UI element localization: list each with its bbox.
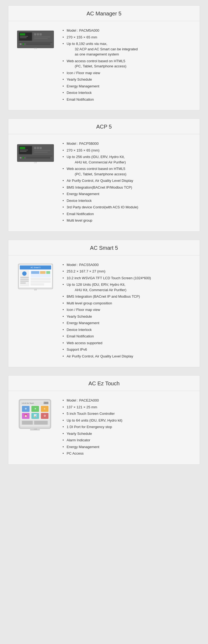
ac-manager-5-title: AC Manager 5: [8, 6, 200, 21]
ac-manager-5-svg: LG: [17, 28, 54, 51]
spec-item: 137 × 121 × 25 mm: [63, 405, 194, 410]
spec-item: Device Interlock: [63, 327, 194, 333]
spec-item: Icon / Floor map view: [63, 307, 194, 313]
spec-item: Model : PACS5A000: [63, 262, 194, 268]
svg-point-38: [22, 271, 27, 276]
spec-item: BMS Integration (BACnet IP and Modbus TC…: [63, 294, 194, 299]
spec-item: Web access supported: [63, 340, 194, 346]
svg-rect-72: [22, 421, 33, 425]
svg-text:LG: LG: [34, 47, 37, 50]
svg-text:LG: LG: [34, 161, 37, 164]
spec-item: Yearly Schedule: [63, 314, 194, 319]
svg-text:☀: ☀: [34, 407, 37, 410]
svg-rect-75: [30, 429, 40, 430]
svg-point-12: [20, 43, 21, 45]
ac-smart-5-title: AC Smart 5: [8, 240, 200, 255]
acp-5-specs: Model : PACP5B000 270 × 155 × 65 (mm) Up…: [63, 141, 194, 225]
ac-manager-5-content: LG Model : PACM5A000 270 × 155 × 65 mm U…: [8, 21, 200, 110]
spec-item: Email Notification: [63, 97, 194, 102]
spec-item: Web access control based on HTML5 (PC, T…: [63, 166, 194, 177]
spec-item: Alarm Indicator: [63, 438, 194, 443]
svg-text:LG AC Ez Touch: LG AC Ez Touch: [22, 402, 34, 404]
spec-item: 253.2 × 167.7 × 27 (mm): [63, 269, 194, 274]
svg-text:⏰: ⏰: [24, 414, 28, 418]
svg-rect-48: [31, 278, 51, 280]
svg-rect-45: [31, 271, 39, 274]
spec-item: Energy Management: [63, 191, 194, 197]
svg-rect-39: [20, 277, 29, 278]
spec-item: Up to 64 units (IDU, ERV, Hydro kit): [63, 418, 194, 423]
spec-item: Web access control based on HTML5 (PC, T…: [63, 58, 194, 69]
svg-rect-9: [34, 37, 50, 37]
spec-item: Energy Management: [63, 444, 194, 450]
acp-5-card: ACP 5 LG M: [8, 119, 200, 232]
svg-text:📊: 📊: [34, 414, 37, 418]
svg-rect-8: [40, 33, 42, 35]
spec-item: Up to 128 Units (IDU, ERV, Hydro Kit, AH…: [63, 282, 194, 293]
ac-smart-5-spec-list: Model : PACS5A000 253.2 × 167.7 × 27 (mm…: [63, 262, 194, 359]
svg-rect-11: [19, 42, 52, 43]
spec-item: Air Purify Control, Air Quality Level Di…: [63, 354, 194, 359]
spec-item: PC Access: [63, 451, 194, 456]
svg-text:❄: ❄: [25, 407, 27, 410]
spec-item: 270 × 155 × 65 mm: [63, 35, 194, 40]
svg-rect-73: [34, 421, 48, 425]
svg-rect-4: [20, 36, 28, 37]
spec-item: Energy Management: [63, 320, 194, 326]
ac-smart-5-svg: AC Smart 5 LG: [17, 262, 54, 292]
spec-item: Support IPv6: [63, 347, 194, 352]
svg-rect-46: [40, 271, 46, 274]
spec-item: Air Purify Control, Air Quality Level Di…: [63, 178, 194, 183]
acp-5-content: LG Model : PACP5B000 270 × 155 × 65 (mm)…: [8, 134, 200, 231]
spec-item: Up to 256 units (IDU, ERV, Hydro Kit, AH…: [63, 154, 194, 165]
svg-text:⚙: ⚙: [44, 414, 46, 417]
svg-point-29: [22, 157, 24, 159]
ac-manager-5-specs: Model : PACM5A000 270 × 155 × 65 mm Up t…: [63, 28, 194, 103]
svg-rect-42: [20, 282, 26, 284]
spec-item: 1 DI Port for Emergency stop: [63, 424, 194, 430]
spec-item: 5 inch Touch Screen Controller: [63, 411, 194, 416]
acp-5-svg: LG: [17, 141, 54, 165]
svg-rect-24: [40, 147, 42, 149]
acp-5-title: ACP 5: [8, 119, 200, 134]
svg-rect-50: [31, 283, 44, 285]
spec-item: Yearly Schedule: [63, 77, 194, 82]
ac-ez-touch-card: AC Ez Touch LG AC Ez Touch PM 12:00: [8, 375, 200, 465]
svg-rect-19: [20, 147, 25, 149]
spec-item: Device Interlock: [63, 90, 194, 96]
spec-item: Model : PACP5B000: [63, 141, 194, 146]
svg-rect-20: [20, 150, 28, 150]
svg-rect-49: [31, 281, 51, 283]
ac-smart-5-content: AC Smart 5 LG: [8, 255, 200, 367]
svg-rect-26: [34, 152, 48, 153]
svg-text:LG: LG: [34, 289, 37, 291]
ac-manager-5-card: AC Manager 5 LG: [8, 5, 200, 110]
spec-item: Model : PACM5A000: [63, 28, 194, 33]
svg-rect-25: [34, 150, 50, 151]
svg-point-28: [20, 157, 21, 159]
spec-item: Up to 8,192 units via max, 32 ACP and AC…: [63, 41, 194, 57]
acp-5-image: LG: [14, 141, 57, 225]
svg-point-13: [22, 43, 24, 45]
svg-text:AC Smart 5: AC Smart 5: [31, 267, 40, 268]
svg-rect-22: [34, 147, 36, 149]
svg-text:PM 12:00: PM 12:00: [43, 402, 49, 404]
spec-item: Energy Management: [63, 84, 194, 89]
acp-5-spec-list: Model : PACP5B000 270 × 155 × 65 (mm) Up…: [63, 141, 194, 223]
ac-smart-5-image: AC Smart 5 LG: [14, 262, 57, 360]
ac-ez-touch-specs: Model : PACEZA000 137 × 121 × 25 mm 5 in…: [63, 398, 194, 458]
svg-rect-14: [26, 43, 50, 45]
spec-item: 10.2 inch WSVGA TFT LCD Touch Screen (10…: [63, 275, 194, 281]
svg-rect-6: [34, 33, 36, 35]
svg-rect-41: [20, 281, 29, 282]
ac-ez-touch-image: LG AC Ez Touch PM 12:00 ❄ ☀ ≡ ⏰ 📊 ⚙: [14, 398, 57, 458]
ac-manager-5-spec-list: Model : PACM5A000 270 × 155 × 65 mm Up t…: [63, 28, 194, 102]
spec-item: Multi level group composition: [63, 301, 194, 306]
ac-smart-5-specs: Model : PACS5A000 253.2 × 167.7 × 27 (mm…: [63, 262, 194, 360]
svg-rect-47: [46, 271, 50, 274]
svg-rect-27: [19, 156, 52, 156]
spec-item: Yearly Schedule: [63, 431, 194, 436]
ac-ez-touch-svg: LG AC Ez Touch PM 12:00 ❄ ☀ ≡ ⏰ 📊 ⚙: [17, 398, 54, 433]
svg-rect-40: [20, 279, 29, 280]
svg-rect-10: [34, 38, 48, 39]
